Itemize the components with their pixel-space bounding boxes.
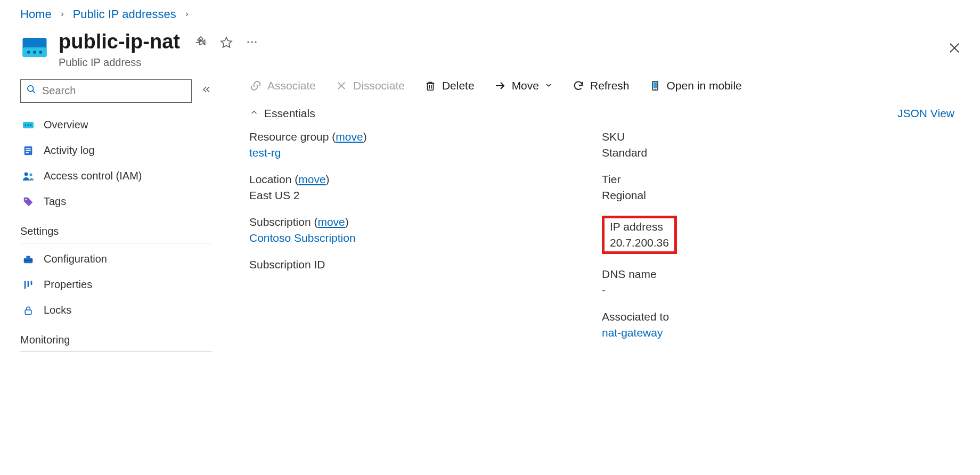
breadcrumb-public-ips[interactable]: Public IP addresses [73,7,176,21]
essentials-toggle[interactable]: Essentials [249,107,315,120]
sidebar-item-overview[interactable]: Overview [20,112,212,138]
svg-rect-27 [24,281,26,289]
delete-button[interactable]: Delete [424,79,475,92]
public-ip-icon [21,118,35,132]
field-label: IP address [610,220,669,233]
svg-point-21 [24,172,28,176]
field-dns-name: DNS name - [602,268,954,297]
refresh-icon [572,79,585,92]
command-toolbar: Associate Dissociate Delete [249,79,954,92]
sidebar-item-iam[interactable]: Access control (IAM) [20,163,212,189]
chevron-right-icon [184,9,190,20]
essentials-heading: Essentials [264,107,315,120]
sku-value: Standard [602,146,954,159]
move-link[interactable]: move [336,130,363,143]
page-header: public-ip-nat Public [20,31,960,69]
sidebar-item-tags[interactable]: Tags [20,189,212,215]
sidebar-item-configuration[interactable]: Configuration [20,247,212,272]
field-label: Subscription ID [249,258,602,271]
resource-group-value[interactable]: test-rg [249,146,602,159]
subscription-value[interactable]: Contoso Subscription [249,232,602,244]
field-associated-to: Associated to nat-gateway [602,310,954,339]
field-sku: SKU Standard [602,130,954,159]
dissociate-button: Dissociate [335,79,405,92]
toolbar-label: Dissociate [353,79,405,92]
chevron-down-icon [544,79,553,92]
close-icon [335,79,348,92]
sidebar-item-properties[interactable]: Properties [20,272,212,298]
sidebar-section-monitoring: Monitoring [20,334,212,352]
tier-value: Regional [602,189,954,202]
svg-rect-33 [427,83,433,90]
sidebar-search-input[interactable] [41,84,186,97]
svg-point-10 [255,41,256,43]
move-button[interactable]: Move [494,79,553,92]
public-ip-resource-icon [20,33,49,62]
more-menu-icon[interactable] [245,35,259,49]
collapse-sidebar-icon[interactable] [201,84,212,97]
svg-point-40 [655,89,656,90]
field-label: Subscription (move) [249,216,602,228]
svg-rect-25 [26,256,30,258]
page-subtitle: Public IP address [59,56,259,69]
svg-point-14 [25,124,27,126]
svg-rect-18 [26,148,30,149]
ip-address-highlight: IP address 20.7.200.36 [602,216,677,254]
associated-to-value[interactable]: nat-gateway [602,326,954,339]
svg-point-15 [28,124,29,126]
associate-button: Associate [249,79,316,92]
location-value: East US 2 [249,189,602,202]
dns-value: - [602,284,954,297]
open-in-mobile-button[interactable]: Open in mobile [649,79,742,92]
sidebar-item-locks[interactable]: Locks [20,298,212,323]
label-text: Location [249,173,291,185]
sidebar-item-label: Activity log [44,144,95,157]
move-link[interactable]: move [317,216,345,228]
chevron-right-icon [59,9,66,20]
favorite-star-icon[interactable] [219,35,233,49]
field-subscription: Subscription (move) Contoso Subscription [249,216,602,244]
sidebar-item-label: Configuration [44,253,107,265]
svg-point-9 [251,41,252,43]
field-subscription-id: Subscription ID [249,258,602,271]
breadcrumb: Home Public IP addresses [20,7,960,21]
refresh-button[interactable]: Refresh [572,79,630,92]
activity-log-icon [21,144,35,158]
sidebar-item-label: Overview [44,119,88,131]
svg-line-12 [33,91,35,93]
search-icon [26,84,37,97]
svg-point-23 [25,199,27,200]
essentials-right-col: SKU Standard Tier Regional IP address 20… [602,130,954,339]
page-title: public-ip-nat [59,31,180,53]
sidebar-item-activity-log[interactable]: Activity log [20,138,212,163]
move-link[interactable]: move [298,173,325,185]
svg-point-4 [27,51,30,54]
svg-point-11 [28,86,34,92]
lock-icon [21,304,35,317]
people-icon [21,169,35,183]
mobile-icon [649,79,662,92]
sidebar-search[interactable] [20,79,192,103]
toolbar-label: Refresh [590,79,630,92]
ip-address-value: 20.7.200.36 [610,236,669,249]
field-label: Tier [602,173,954,186]
toolbar-label: Open in mobile [667,79,742,92]
svg-rect-28 [28,281,29,286]
sidebar-item-label: Tags [44,195,66,208]
svg-rect-30 [25,310,31,314]
svg-point-5 [33,51,36,54]
tag-icon [21,195,35,209]
pin-icon[interactable] [194,35,208,49]
svg-rect-19 [26,150,30,151]
field-resource-group: Resource group (move) test-rg [249,130,602,159]
field-ip-address: IP address 20.7.200.36 [610,220,669,249]
breadcrumb-home[interactable]: Home [20,7,52,21]
svg-point-22 [29,173,32,176]
arrow-right-icon [494,79,507,92]
field-label: Resource group (move) [249,130,602,143]
svg-rect-29 [31,281,32,284]
chevron-up-icon [249,107,259,120]
trash-icon [424,79,437,92]
sidebar-item-label: Locks [44,304,71,316]
json-view-link[interactable]: JSON View [897,107,954,120]
